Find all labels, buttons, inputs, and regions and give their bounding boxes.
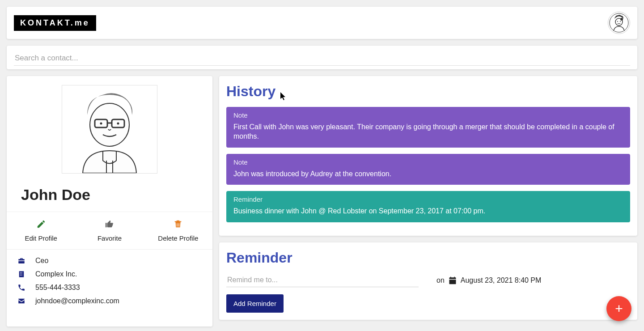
history-item-kind: Reminder [233,195,623,203]
history-item[interactable]: Note First Call with John was very pleas… [226,107,630,148]
calendar-icon [448,276,457,285]
svg-point-5 [90,103,129,146]
reminder-panel: Reminder on August 23, 2021 8:40 PM Add … [219,242,637,320]
reminder-date[interactable]: on August 23, 2021 8:40 PM [436,276,541,285]
history-item[interactable]: Reminder Business dinner with John @ Red… [226,191,630,222]
history-item-body: John was introduced by Audrey at the con… [233,170,623,179]
history-item-kind: Note [233,111,623,119]
brand-logo: KONTAKT.me [14,15,96,31]
envelope-icon [17,297,27,305]
add-reminder-button[interactable]: Add Reminder [226,294,284,313]
history-item-kind: Note [233,158,623,166]
reminder-title: Reminder [226,250,630,266]
right-column: History Note First Call with John was ve… [219,76,637,327]
topbar: KONTAKT.me [7,7,637,39]
svg-point-2 [617,21,618,22]
profile-photo [62,85,157,174]
info-company-text: Complex Inc. [35,270,77,278]
info-phone: 555-444-3333 [17,284,202,292]
thumbs-up-icon [105,219,114,229]
svg-point-4 [620,18,623,21]
reminder-date-text: August 23, 2021 8:40 PM [461,276,542,284]
profile-avatar-icon [72,88,148,173]
add-contact-fab[interactable]: + [606,296,631,321]
profile-info: Ceo Complex Inc. 555-444-3333 johndoe@co… [7,250,212,312]
main-content: John Doe Edit Profile Favorite Delete Pr… [0,76,644,331]
edit-profile-label: Edit Profile [25,234,57,242]
current-user-avatar[interactable] [608,12,630,34]
history-panel: History Note First Call with John was ve… [219,76,637,236]
history-item[interactable]: Note John was introduced by Audrey at th… [226,154,630,185]
profile-name: John Doe [7,174,212,212]
briefcase-icon [17,257,27,265]
reminder-input[interactable] [226,273,419,287]
history-item-body: First Call with John was very pleasant. … [233,123,623,141]
info-phone-text: 555-444-3333 [35,284,80,292]
info-email-text: johndoe@complexinc.com [35,297,119,305]
info-email: johndoe@complexinc.com [17,297,202,305]
info-company: Complex Inc. [17,270,202,278]
phone-icon [17,284,27,292]
favorite-button[interactable]: Favorite [76,219,144,242]
svg-point-10 [117,123,119,125]
trash-icon [173,219,183,229]
pencil-icon [36,219,46,229]
history-title: History [226,83,630,100]
favorite-label: Favorite [97,234,122,242]
info-title: Ceo [17,257,202,265]
profile-actions: Edit Profile Favorite Delete Profile [7,212,212,250]
svg-point-3 [620,21,621,22]
edit-profile-button[interactable]: Edit Profile [7,219,75,242]
info-title-text: Ceo [35,257,48,265]
user-avatar-icon [609,13,629,33]
search-input[interactable] [14,51,630,66]
delete-profile-button[interactable]: Delete Profile [144,219,212,242]
svg-point-9 [100,123,102,125]
delete-profile-label: Delete Profile [158,234,198,242]
building-icon [17,270,27,278]
history-item-body: Business dinner with John @ Red Lobster … [233,207,623,216]
profile-card: John Doe Edit Profile Favorite Delete Pr… [7,76,212,327]
plus-icon: + [615,301,623,316]
search-bar [7,46,637,69]
reminder-on-label: on [436,276,445,284]
